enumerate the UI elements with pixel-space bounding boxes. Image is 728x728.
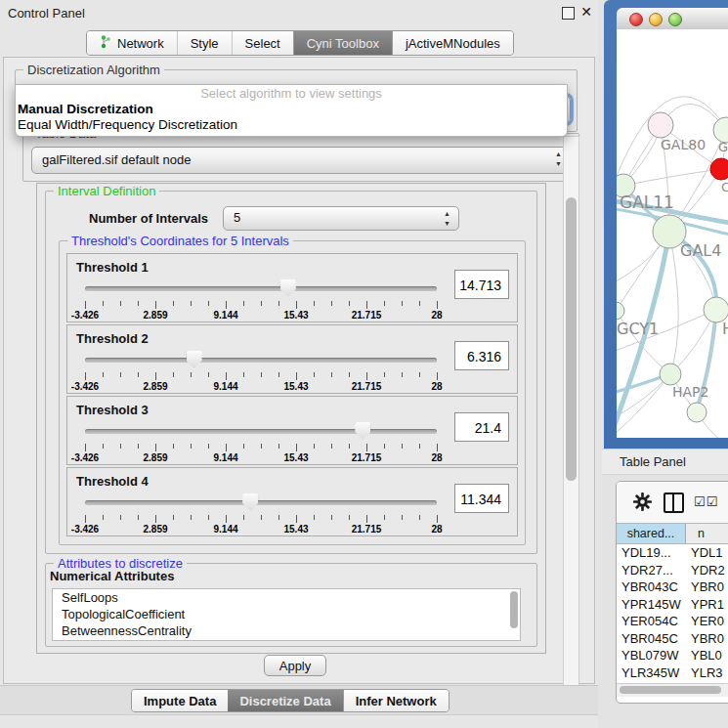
select-columns-icon[interactable]: ☑☑ — [694, 494, 718, 509]
slider-tick — [261, 372, 262, 377]
tab-impute-data[interactable]: Impute Data — [132, 690, 228, 711]
minimize-traffic-light[interactable] — [649, 13, 663, 26]
threshold-rows: Threshold 1 -3.4262.8599.14415.4321.7152… — [66, 253, 518, 538]
table-data-combo[interactable]: galFiltered.sif default node ▲▼ — [31, 147, 571, 174]
network-window-titlebar[interactable] — [617, 8, 728, 30]
node-label: GAL11 — [620, 193, 674, 212]
settings-scrollbar[interactable] — [563, 136, 579, 708]
node-selected-red[interactable] — [710, 158, 728, 180]
threshold-1-slider[interactable]: -3.4262.8599.14415.4321.71528 — [79, 279, 443, 319]
threshold-4-slider[interactable]: -3.4262.8599.14415.4321.71528 — [79, 493, 443, 533]
list-scrollbar-thumb[interactable] — [510, 591, 518, 628]
dropdown-option-equal-width[interactable]: Equal Width/Frequency Discretization — [16, 117, 567, 133]
table-row[interactable]: YDR27...YDR2 — [617, 562, 728, 579]
slider-tick — [278, 301, 279, 306]
table-row[interactable]: YLR345WYLR3 — [617, 664, 728, 682]
network-edge[interactable] — [669, 232, 678, 374]
slider-scale-label: 28 — [431, 452, 442, 463]
slider-tick — [296, 372, 297, 380]
slider-tick — [314, 515, 315, 520]
slider-tick — [138, 301, 139, 306]
close-traffic-light[interactable] — [629, 13, 643, 26]
tab-jactivemnodules[interactable]: jActiveMNodules — [392, 31, 513, 55]
threshold-1-value-field[interactable]: 14.713 — [454, 270, 509, 299]
slider-tick — [226, 515, 227, 523]
gear-icon[interactable] — [633, 492, 652, 515]
slider-tick — [366, 444, 367, 451]
slider-scale-label: 28 — [431, 381, 442, 392]
split-panel-icon[interactable] — [664, 492, 684, 513]
dropdown-option-manual[interactable]: Manual Discretization — [16, 102, 567, 117]
table-hscrollbar[interactable] — [617, 683, 728, 697]
slider-tick — [173, 515, 174, 520]
group-title: Interval Definition — [54, 184, 159, 198]
num-intervals-combo[interactable]: 5 ▲▼ — [223, 206, 459, 231]
slider-tick — [384, 444, 385, 449]
node-label: GCY1 — [617, 320, 659, 338]
network-canvas[interactable]: GAL80GACGAL11GAL4GCY1HHAP2 — [617, 29, 728, 438]
tab-select[interactable]: Select — [232, 31, 293, 55]
column-header-shared-name[interactable]: shared... — [617, 524, 686, 543]
tab-infer-network[interactable]: Infer Network — [343, 690, 449, 711]
apply-button[interactable]: Apply — [264, 655, 326, 676]
node-hap2[interactable] — [660, 364, 681, 385]
table-row[interactable]: YPR145WYPR1 — [617, 596, 728, 614]
slider-tick — [120, 515, 121, 520]
slider-scale-label: -3.426 — [71, 381, 99, 392]
float-window-icon[interactable] — [562, 7, 575, 20]
tab-style[interactable]: Style — [177, 31, 232, 55]
node-gcy1[interactable] — [617, 302, 624, 320]
table-row[interactable]: YBR043CYBR0 — [617, 578, 728, 596]
algorithm-settings-panel: Interval Definition Number of Intervals … — [36, 183, 546, 654]
slider-tick — [384, 301, 385, 306]
slider-handle[interactable] — [187, 351, 202, 368]
attribute-list-item[interactable]: TopologicalCoefficient — [53, 606, 520, 622]
slider-scale-label: -3.426 — [71, 524, 99, 535]
slider-scale-label: 15.43 — [283, 310, 308, 321]
attribute-list-item[interactable]: BetweennessCentrality — [53, 622, 520, 639]
table-cell: YDR27... — [617, 562, 685, 579]
slider-handle[interactable] — [242, 493, 258, 511]
slider-tick — [103, 515, 104, 520]
slider-tick — [314, 444, 315, 449]
table-cell: YDL19... — [617, 544, 685, 562]
tab-discretize-data[interactable]: Discretize Data — [228, 690, 342, 711]
table-panel: ☑☑ shared... n YDL19...YDL1YDR27...YDR2Y… — [616, 481, 728, 704]
slider-handle[interactable] — [280, 279, 296, 297]
table-cell: YBL079W — [617, 647, 685, 664]
slider-tick — [402, 301, 403, 306]
table-row[interactable]: YDL19...YDL1 — [617, 544, 728, 562]
slider-track — [85, 286, 437, 291]
interval-definition-group: Interval Definition Number of Intervals … — [45, 191, 537, 554]
slider-tick — [419, 301, 420, 306]
threshold-3-slider[interactable]: -3.4262.8599.14415.4321.71528 — [79, 422, 443, 461]
node-bottom[interactable] — [687, 403, 707, 422]
slider-tick — [208, 444, 209, 449]
tab-network[interactable]: Network — [87, 31, 177, 55]
threshold-2-slider[interactable]: -3.4262.8599.14415.4321.71528 — [79, 351, 443, 390]
tab-cyni-toolbox[interactable]: Cyni Toolbox — [293, 31, 392, 55]
threshold-4-value-field[interactable]: 11.344 — [454, 484, 509, 513]
table-body[interactable]: YDL19...YDL1YDR27...YDR2YBR043CYBR0YPR14… — [617, 544, 728, 683]
zoom-traffic-light[interactable] — [668, 13, 682, 26]
node-gal80[interactable] — [648, 112, 673, 138]
slider-handle[interactable] — [355, 422, 370, 440]
table-row[interactable]: YBR045CYBR0 — [617, 630, 728, 648]
node-label: H — [722, 320, 728, 338]
close-icon[interactable]: ✕ — [580, 4, 592, 20]
attribute-list-item[interactable]: SelfLoops — [53, 589, 520, 606]
hscrollbar-thumb[interactable] — [620, 686, 721, 694]
num-intervals-value: 5 — [234, 210, 240, 225]
slider-tick — [402, 444, 403, 449]
table-row[interactable]: YBL079WYBL0 — [617, 647, 728, 664]
combo-arrows-icon: ▲▼ — [444, 209, 450, 229]
numerical-attributes-list[interactable]: SelfLoopsTopologicalCoefficientBetweenne… — [52, 588, 521, 641]
table-row[interactable]: YER054CYER0 — [617, 613, 728, 630]
scrollbar-thumb[interactable] — [566, 197, 577, 481]
column-header-name[interactable]: n — [686, 524, 728, 543]
threshold-2-value-field[interactable]: 6.316 — [454, 341, 509, 370]
threshold-3-value-field[interactable]: 21.4 — [454, 412, 509, 442]
slider-tick — [296, 515, 297, 523]
slider-scale-label: 9.144 — [213, 381, 237, 392]
slider-scale-label: 9.144 — [213, 452, 237, 463]
